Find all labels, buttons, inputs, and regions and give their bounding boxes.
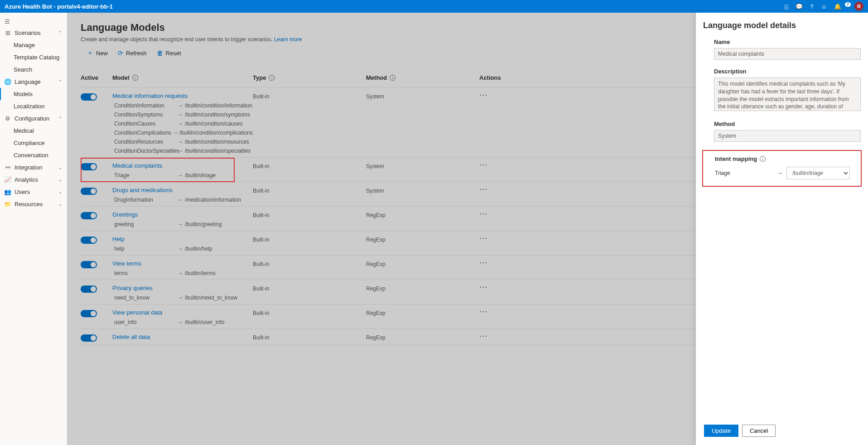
- folder-icon: 📁: [5, 201, 11, 208]
- chevron-icon: ⌃: [58, 79, 62, 84]
- method-input[interactable]: [714, 130, 861, 142]
- chevron-icon: ⌄: [58, 189, 62, 194]
- main-area: Language Models Create and manage object…: [67, 13, 868, 445]
- panel-title: Language model details: [703, 21, 861, 30]
- chevron-icon: ⌄: [58, 202, 62, 207]
- help-icon[interactable]: ?: [810, 3, 813, 10]
- description-textarea[interactable]: This model identifies medical complaints…: [714, 77, 861, 111]
- chevron-icon: ⌄: [58, 165, 62, 170]
- scenarios-icon: ⊞: [5, 30, 11, 36]
- nav-group-analytics[interactable]: 📈Analytics⌄: [0, 174, 67, 186]
- feedback-icon[interactable]: ⍓: [785, 3, 788, 10]
- chat-icon[interactable]: 💬: [796, 3, 803, 10]
- nav-item-search[interactable]: Search: [0, 63, 67, 76]
- update-button[interactable]: Update: [704, 425, 738, 437]
- nav-group-resources[interactable]: 📁Resources⌄: [0, 198, 67, 210]
- chevron-icon: ⌄: [58, 177, 62, 182]
- name-label: Name: [714, 39, 861, 45]
- nav-item-template-catalog[interactable]: Template Catalog: [0, 51, 67, 63]
- name-input[interactable]: [714, 48, 861, 60]
- smile-icon[interactable]: ☺: [821, 3, 827, 10]
- notification-icon[interactable]: 🔔7: [834, 3, 847, 10]
- cancel-button[interactable]: Cancel: [742, 425, 776, 437]
- nav-group-users[interactable]: 👥Users⌄: [0, 186, 67, 198]
- nav-group-configuration[interactable]: ⚙Configuration⌃: [0, 112, 67, 125]
- avatar[interactable]: R: [854, 2, 863, 11]
- top-bar: Azure Health Bot - portalv4-editor-bb-1 …: [0, 0, 868, 13]
- intent-mapping-section: Intent mappingi Triage → /builtin/triage: [702, 150, 862, 187]
- gear-icon: ⚙: [5, 116, 11, 122]
- nav-item-localization[interactable]: Localization: [0, 100, 67, 112]
- details-panel: Language model details Name Description …: [696, 13, 868, 445]
- method-label: Method: [714, 121, 861, 127]
- nav-item-medical[interactable]: Medical: [0, 125, 67, 137]
- intent-mapping-label: Intent mappingi: [715, 155, 856, 162]
- app-title: Azure Health Bot - portalv4-editor-bb-1: [5, 3, 113, 10]
- sidebar: ☰ ⊞Scenarios⌃ManageTemplate CatalogSearc…: [0, 13, 67, 445]
- nav-item-compliance[interactable]: Compliance: [0, 137, 67, 149]
- description-label: Description: [714, 68, 861, 75]
- nav-group-scenarios[interactable]: ⊞Scenarios⌃: [0, 27, 67, 39]
- nav-item-manage[interactable]: Manage: [0, 39, 67, 51]
- info-icon[interactable]: i: [760, 156, 766, 162]
- mapping-intent-name: Triage: [715, 170, 774, 176]
- chevron-icon: ⌃: [58, 30, 62, 35]
- nav-item-models[interactable]: Models: [0, 88, 67, 100]
- users-icon: 👥: [5, 189, 11, 195]
- nav-group-integration[interactable]: ⚯Integration⌄: [0, 161, 67, 174]
- nav-item-conversation[interactable]: Conversation: [0, 149, 67, 161]
- arrow-icon: →: [777, 170, 783, 176]
- chevron-icon: ⌃: [58, 116, 62, 121]
- language-icon: 🌐: [5, 79, 11, 85]
- integration-icon: ⚯: [5, 164, 11, 171]
- header-icons: ⍓ 💬 ? ☺ 🔔7 R: [785, 2, 863, 11]
- nav-group-language[interactable]: 🌐Language⌃: [0, 76, 67, 88]
- hamburger-icon[interactable]: ☰: [0, 16, 67, 27]
- analytics-icon: 📈: [5, 177, 11, 183]
- mapping-select[interactable]: /builtin/triage: [786, 167, 850, 179]
